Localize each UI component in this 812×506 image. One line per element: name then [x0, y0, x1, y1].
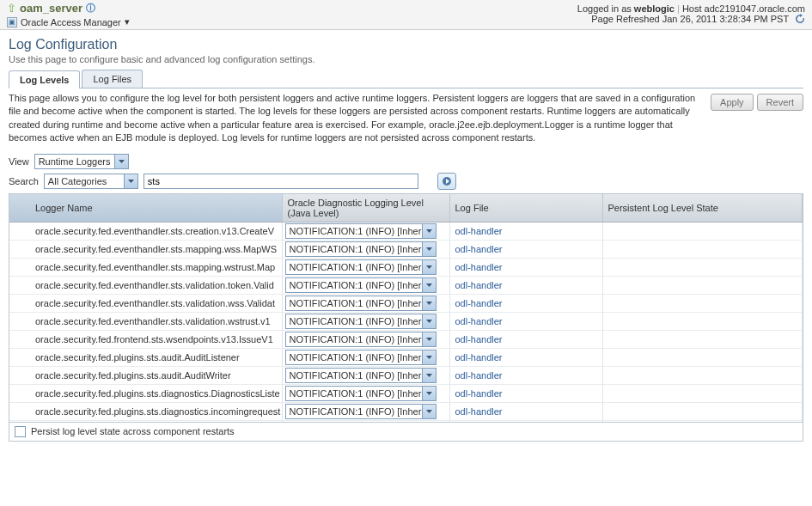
table-row[interactable]: oracle.security.fed.plugins.sts.diagnost…	[9, 384, 803, 402]
log-file-link[interactable]: odl-handler	[455, 406, 503, 417]
category-select[interactable]: All Categories	[44, 174, 138, 189]
persist-checkbox[interactable]	[15, 426, 26, 437]
log-level-cell: NOTIFICATION:1 (INFO) [Inherit	[282, 294, 449, 312]
content: Log Configuration Use this page to confi…	[0, 30, 812, 448]
table-row[interactable]: oracle.security.fed.plugins.sts.audit.Au…	[9, 366, 803, 384]
table-row[interactable]: oracle.security.fed.eventhandler.sts.map…	[9, 240, 803, 258]
tab-description: This page allows you to configure the lo…	[9, 92, 704, 145]
revert-button[interactable]: Revert	[757, 94, 803, 111]
table-row[interactable]: oracle.security.fed.eventhandler.sts.map…	[9, 258, 803, 276]
log-level-value: NOTIFICATION:1 (INFO) [Inherit	[286, 334, 436, 344]
persist-state-cell	[602, 294, 803, 312]
tab-log-files[interactable]: Log Files	[82, 70, 143, 88]
log-level-select[interactable]: NOTIFICATION:1 (INFO) [Inherit	[285, 350, 437, 365]
persist-state-cell	[602, 276, 803, 294]
log-level-select[interactable]: NOTIFICATION:1 (INFO) [Inherit	[285, 259, 437, 275]
persist-state-cell	[602, 384, 803, 402]
log-level-select[interactable]: NOTIFICATION:1 (INFO) [Inherit	[285, 296, 437, 311]
breadcrumb-label: Oracle Access Manager	[21, 17, 121, 27]
view-select[interactable]: Runtime Loggers	[34, 154, 129, 169]
log-file-link[interactable]: odl-handler	[455, 388, 503, 399]
log-level-cell: NOTIFICATION:1 (INFO) [Inherit	[282, 312, 449, 330]
log-file-link[interactable]: odl-handler	[455, 370, 503, 381]
log-level-cell: NOTIFICATION:1 (INFO) [Inherit	[282, 384, 449, 402]
column-log-file[interactable]: Log File	[449, 194, 602, 223]
refreshed-prefix: Page Refreshed	[591, 14, 662, 24]
log-file-link[interactable]: odl-handler	[455, 226, 503, 236]
column-persist-state[interactable]: Persistent Log Level State	[602, 194, 803, 223]
log-file-cell: odl-handler	[449, 276, 602, 294]
table-row[interactable]: oracle.security.fed.plugins.sts.diagnost…	[9, 402, 803, 420]
table-row[interactable]: oracle.security.fed.plugins.sts.audit.Au…	[9, 348, 803, 366]
log-level-select[interactable]: NOTIFICATION:1 (INFO) [Inherit	[285, 277, 437, 293]
persist-state-cell	[602, 348, 803, 366]
log-file-cell: odl-handler	[449, 348, 602, 366]
logger-name-cell: oracle.security.fed.eventhandler.sts.map…	[9, 240, 282, 258]
log-level-value: NOTIFICATION:1 (INFO) [Inherit	[286, 370, 436, 381]
logger-name-cell: oracle.security.fed.eventhandler.sts.val…	[9, 276, 282, 294]
search-input[interactable]	[143, 174, 418, 189]
log-level-select[interactable]: NOTIFICATION:1 (INFO) [Inherit	[285, 332, 437, 347]
apply-button[interactable]: Apply	[711, 94, 754, 111]
logged-in-user: weblogic	[634, 3, 675, 14]
table-row[interactable]: oracle.security.fed.eventhandler.sts.val…	[9, 294, 803, 312]
log-level-select[interactable]: NOTIFICATION:1 (INFO) [Inherit	[285, 223, 437, 239]
search-label: Search	[9, 176, 39, 186]
view-select-value: Runtime Loggers	[39, 156, 111, 167]
logger-name-cell: oracle.security.fed.plugins.sts.diagnost…	[9, 384, 282, 402]
chevron-down-icon	[422, 260, 436, 274]
tab-log-levels[interactable]: Log Levels	[9, 70, 80, 88]
log-level-select[interactable]: NOTIFICATION:1 (INFO) [Inherit	[285, 314, 437, 329]
log-file-cell: odl-handler	[449, 240, 602, 258]
table-row[interactable]: oracle.security.fed.frontend.sts.wsendpo…	[9, 330, 803, 348]
view-label: View	[9, 156, 29, 167]
persist-label: Persist log level state across component…	[31, 426, 235, 436]
persist-state-cell	[602, 366, 803, 384]
log-file-link[interactable]: odl-handler	[455, 298, 503, 308]
search-go-button[interactable]	[437, 173, 456, 190]
log-level-value: NOTIFICATION:1 (INFO) [Inherit	[286, 280, 436, 290]
log-file-link[interactable]: odl-handler	[455, 244, 503, 254]
log-file-cell: odl-handler	[449, 294, 602, 312]
persist-state-cell	[602, 258, 803, 276]
breadcrumb[interactable]: ▣ Oracle Access Manager ▾	[7, 16, 130, 27]
chevron-down-icon	[422, 296, 436, 310]
log-file-link[interactable]: odl-handler	[455, 262, 503, 272]
log-level-value: NOTIFICATION:1 (INFO) [Inherit	[286, 406, 436, 417]
log-file-link[interactable]: odl-handler	[455, 334, 503, 344]
log-level-value: NOTIFICATION:1 (INFO) [Inherit	[286, 262, 436, 272]
refresh-icon[interactable]	[795, 14, 805, 26]
persist-state-cell	[602, 222, 803, 240]
loggers-table-scroll[interactable]: Logger Name Oracle Diagnostic Logging Le…	[9, 194, 803, 422]
log-file-cell: odl-handler	[449, 366, 602, 384]
log-level-select[interactable]: NOTIFICATION:1 (INFO) [Inherit	[285, 241, 437, 257]
chevron-down-icon	[422, 369, 436, 382]
log-file-link[interactable]: odl-handler	[455, 280, 503, 290]
info-icon[interactable]: ⓘ	[86, 2, 95, 15]
log-file-cell: odl-handler	[449, 402, 602, 420]
log-level-cell: NOTIFICATION:1 (INFO) [Inherit	[282, 240, 449, 258]
log-level-cell: NOTIFICATION:1 (INFO) [Inherit	[282, 402, 449, 420]
table-row[interactable]: oracle.security.fed.eventhandler.sts.val…	[9, 276, 803, 294]
table-row[interactable]: oracle.security.fed.eventhandler.sts.cre…	[9, 222, 803, 240]
log-level-select[interactable]: NOTIFICATION:1 (INFO) [Inherit	[285, 386, 437, 401]
chevron-down-icon	[124, 174, 137, 188]
persist-state-cell	[602, 330, 803, 348]
persist-state-cell	[602, 402, 803, 420]
log-file-link[interactable]: odl-handler	[455, 352, 503, 363]
column-logger-name[interactable]: Logger Name	[9, 194, 282, 223]
log-file-cell: odl-handler	[449, 330, 602, 348]
log-level-select[interactable]: NOTIFICATION:1 (INFO) [Inherit	[285, 404, 437, 419]
log-level-select[interactable]: NOTIFICATION:1 (INFO) [Inherit	[285, 368, 437, 383]
server-name: oam_server	[20, 2, 82, 15]
persist-state-cell	[602, 240, 803, 258]
log-level-value: NOTIFICATION:1 (INFO) [Inherit	[286, 352, 436, 363]
chevron-down-icon	[422, 332, 436, 346]
log-file-link[interactable]: odl-handler	[455, 316, 503, 326]
logger-name-cell: oracle.security.fed.eventhandler.sts.cre…	[9, 222, 282, 240]
table-row[interactable]: oracle.security.fed.eventhandler.sts.val…	[9, 312, 803, 330]
column-log-level[interactable]: Oracle Diagnostic Logging Level (Java Le…	[282, 194, 449, 223]
log-file-cell: odl-handler	[449, 258, 602, 276]
up-status-icon: ⇧	[7, 2, 16, 15]
log-level-value: NOTIFICATION:1 (INFO) [Inherit	[286, 226, 436, 236]
